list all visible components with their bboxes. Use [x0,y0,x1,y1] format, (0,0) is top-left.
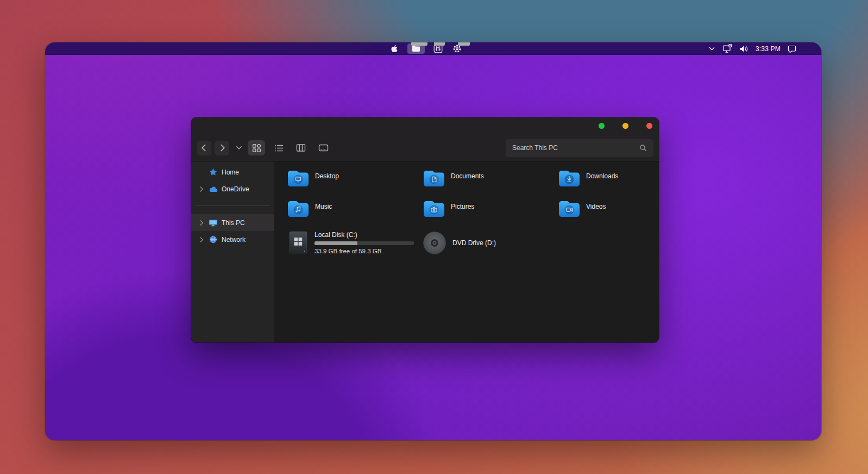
folder-tile-downloads[interactable]: Downloads [557,168,659,189]
list-view-button[interactable] [270,140,287,155]
folder-label: Downloads [586,172,618,180]
title-bar[interactable] [191,117,659,135]
cloud-icon [209,186,218,192]
folder-tile-documents[interactable]: Documents [422,168,557,189]
sidebar-item-onedrive[interactable]: OneDrive [191,180,274,197]
folder-label: Music [315,203,332,210]
dvd-disc-icon [422,230,447,255]
sidebar-item-label: Network [222,236,246,244]
toolbar [191,135,659,161]
hard-drive-icon [286,230,310,256]
menu-bar: 3:33 PM [45,42,821,55]
folder-tile-desktop[interactable]: Desktop [286,168,422,189]
search-input[interactable] [512,144,639,152]
folder-label: Desktop [315,172,339,180]
globe-icon [209,235,218,244]
maximize-traffic-light[interactable] [622,123,628,129]
search-field[interactable] [506,139,653,157]
background-window-tab[interactable] [434,42,445,46]
folder-label: Pictures [451,203,474,210]
music-folder-icon [286,198,310,219]
gallery-view-button[interactable] [315,140,332,155]
expand-chevron-icon[interactable] [198,236,205,243]
columns-view-button[interactable] [292,140,310,155]
folder-label: Documents [451,172,484,180]
drive-tile-dvd-d[interactable]: DVD Drive (D:) [422,230,659,256]
videos-folder-icon [557,198,581,219]
sidebar-item-label: This PC [222,219,245,227]
disk-free-space: 33.9 GB free of 59.3 GB [315,248,414,254]
expand-chevron-icon[interactable] [198,186,205,192]
pictures-folder-icon [422,198,446,219]
folder-icon [412,45,420,52]
minimize-traffic-light[interactable] [599,123,605,129]
sidebar-item-home[interactable]: Home [191,164,274,180]
folder-tile-pictures[interactable]: Pictures [422,198,557,219]
network-tray-icon[interactable] [722,44,732,53]
file-explorer-window: Home OneDrive [191,117,659,342]
apple-menu-button[interactable] [388,43,400,54]
downloads-folder-icon [557,168,581,189]
search-icon [639,144,647,152]
star-icon [209,168,218,176]
back-button[interactable] [197,141,211,155]
folder-tile-music[interactable]: Music [286,198,422,219]
sidebar-item-label: Home [222,169,239,176]
close-traffic-light[interactable] [646,123,652,129]
expand-chevron-icon[interactable] [198,220,205,226]
background-window-tab[interactable] [411,42,427,46]
drive-tile-local-disk-c[interactable]: Local Disk (C:) 33.9 GB free of 59.3 GB [286,230,422,256]
desktop-folder-icon [286,168,310,189]
grid-view-button[interactable] [248,140,265,155]
content-area: Desktop [274,161,659,342]
notification-center-icon[interactable] [788,45,796,53]
sidebar-item-this-pc[interactable]: This PC [191,214,274,231]
volume-tray-icon[interactable] [739,45,749,53]
desktop: 3:33 PM [45,42,821,440]
disk-usage-bar [315,241,414,245]
documents-folder-icon [422,168,446,189]
sidebar-divider [196,205,270,206]
monitor-icon [209,219,218,227]
drive-label: Local Disk (C:) [315,231,414,239]
forward-button[interactable] [215,141,229,155]
folder-tile-videos[interactable]: Videos [557,198,659,219]
sidebar: Home OneDrive [191,161,274,342]
clock[interactable]: 3:33 PM [756,45,781,53]
sidebar-item-network[interactable]: Network [191,231,274,248]
tray-expand-chevron[interactable] [708,46,715,51]
folder-label: Videos [586,203,606,210]
apple-logo-icon [391,45,398,53]
disk-usage-fill [315,241,357,245]
recent-locations-chevron[interactable] [236,146,242,150]
background-window-tab[interactable] [458,42,470,46]
drive-label: DVD Drive (D:) [452,239,496,247]
sidebar-item-label: OneDrive [222,185,249,193]
